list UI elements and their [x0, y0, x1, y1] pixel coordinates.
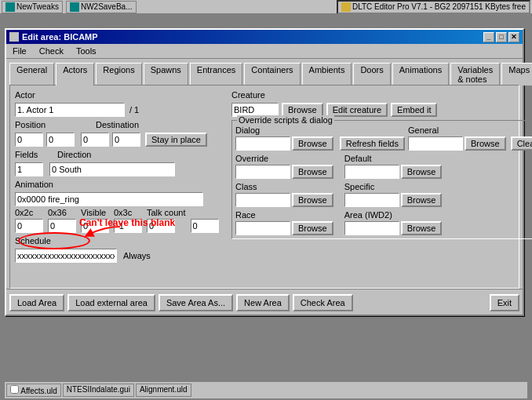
middle-column: Creature Browse Edit creature Embed it O… [231, 90, 532, 283]
tab-variables[interactable]: Variables & notes [450, 63, 500, 85]
file-affects[interactable]: Affects.uld [6, 384, 61, 397]
tweaks-icon [5, 2, 15, 12]
save-icon [70, 2, 79, 12]
creature-top-row: Creature [231, 90, 532, 100]
minimize-button[interactable]: _ [483, 32, 494, 42]
actor-label: Actor [15, 90, 35, 100]
main-dialog: Edit area: BICAMP _ □ ✕ File Check Tools… [5, 28, 524, 316]
dialog-browse-button[interactable]: Browse [292, 136, 333, 151]
tab-doors[interactable]: Doors [353, 63, 390, 85]
animation-select[interactable]: 0x0000 fire_ring [15, 192, 203, 206]
title-bar: Edit area: BICAMP _ □ ✕ [6, 30, 523, 44]
talk-count-group: Talk count [147, 208, 186, 233]
race-script-input[interactable] [235, 221, 290, 235]
extra-input[interactable] [191, 219, 219, 233]
edit-creature-button[interactable]: Edit creature [326, 103, 388, 117]
tab-ambients[interactable]: Ambients [302, 63, 352, 85]
dialog-script-input[interactable] [235, 136, 290, 151]
clear-fields-button[interactable]: Clear fields [511, 136, 532, 151]
position-x[interactable] [15, 133, 43, 147]
pos-dest-inputs: Stay in place [15, 133, 227, 147]
extra-label [191, 208, 219, 217]
tab-containers[interactable]: Containers [244, 63, 300, 85]
specific-script-input[interactable] [344, 193, 399, 207]
hex1-label: 0x2c [15, 208, 43, 217]
fields-dir-labels: Fields Direction [15, 150, 227, 159]
exit-button[interactable]: Exit [490, 294, 519, 311]
load-external-area-button[interactable]: Load external area [67, 294, 155, 311]
file-alignment[interactable]: Alignment.uld [136, 384, 191, 397]
override-script-input[interactable] [235, 165, 290, 179]
tab-general[interactable]: General [9, 63, 54, 85]
direction-select[interactable]: 0 South [49, 162, 175, 176]
maximize-button[interactable]: □ [496, 32, 507, 42]
new-area-button[interactable]: New Area [236, 294, 290, 311]
fields-label: Fields [15, 150, 46, 159]
menu-tools[interactable]: Tools [73, 45, 100, 56]
default-script-input[interactable] [344, 165, 399, 179]
hex2-input[interactable] [48, 219, 76, 233]
dialog-script-label: Dialog [235, 125, 333, 135]
destination-x[interactable] [81, 133, 109, 147]
general-script-input[interactable] [408, 136, 463, 151]
hex2-label: 0x36 [48, 208, 76, 217]
content-area: Actor 1. Actor 1 / 1 Position Dest [9, 85, 519, 289]
new-tweaks-item[interactable]: NewTweaks [2, 1, 63, 13]
class-script-input[interactable] [235, 193, 290, 207]
override-script-label: Override [235, 154, 333, 163]
load-area-button[interactable]: Load Area [9, 294, 64, 311]
area-script-input[interactable] [344, 221, 399, 235]
direction-label: Direction [57, 150, 91, 159]
schedule-label-row: Schedule [15, 236, 227, 245]
tab-actors[interactable]: Actors [56, 63, 94, 85]
tab-animations[interactable]: Animations [392, 63, 449, 85]
menu-check[interactable]: Check [36, 45, 67, 56]
tab-regions[interactable]: Regions [96, 63, 141, 85]
refresh-fields-button[interactable]: Refresh fields [340, 136, 405, 151]
general-script-label: General [408, 125, 506, 135]
hex3-label: 0x3c [114, 208, 142, 217]
actor-row: Actor [15, 90, 227, 100]
tab-spawns[interactable]: Spawns [144, 63, 188, 85]
destination-label: Destination [96, 120, 139, 129]
files-bottom: Affects.uld NTESIIndalate.gui Alignment.… [5, 382, 527, 398]
tab-entrances[interactable]: Entrances [190, 63, 243, 85]
nw2save-item[interactable]: NW2SaveBa... [66, 1, 137, 13]
schedule-row: Always [15, 249, 227, 263]
area-browse-button[interactable]: Browse [401, 221, 443, 235]
close-button[interactable]: ✕ [508, 32, 519, 42]
visible-group: Visible [81, 208, 109, 233]
default-script-label: Default [344, 154, 443, 163]
override-browse-button[interactable]: Browse [292, 165, 333, 179]
left-column: Actor 1. Actor 1 / 1 Position Dest [15, 90, 227, 283]
class-script-label: Class [235, 182, 333, 191]
visible-input[interactable] [81, 219, 109, 233]
stay-in-place-button[interactable]: Stay in place [145, 133, 207, 147]
embed-button[interactable]: Embed it [391, 103, 437, 117]
pos-dest-labels: Position Destination [15, 120, 227, 129]
default-browse-button[interactable]: Browse [401, 165, 443, 179]
fields-input[interactable] [15, 162, 43, 176]
actor-select[interactable]: 1. Actor 1 [15, 103, 125, 117]
schedule-input[interactable] [15, 249, 117, 263]
talk-count-input[interactable] [147, 219, 175, 233]
tab-maps[interactable]: Maps [501, 63, 532, 85]
check-area-button[interactable]: Check Area [293, 294, 353, 311]
hex3-input[interactable] [114, 219, 142, 233]
talk-count-label: Talk count [147, 208, 186, 217]
dltc-item[interactable]: DLTC Editor Pro V7.1 - BG2 2097151 KByte… [337, 0, 530, 14]
general-browse-button[interactable]: Browse [465, 136, 506, 151]
position-y[interactable] [46, 133, 75, 147]
specific-browse-button[interactable]: Browse [401, 193, 443, 207]
fields-dir-inputs: 0 South [15, 162, 227, 176]
race-browse-button[interactable]: Browse [292, 221, 333, 235]
position-label: Position [15, 120, 58, 129]
destination-y[interactable] [112, 133, 140, 147]
hex1-input[interactable] [15, 219, 43, 233]
class-browse-button[interactable]: Browse [292, 193, 333, 207]
file-ntesi[interactable]: NTESIIndalate.gui [63, 384, 134, 397]
override-group: Override scripts & dialog Dialog Browse … [231, 120, 532, 239]
menu-file[interactable]: File [9, 45, 30, 56]
dialog-icon [9, 32, 19, 42]
save-area-button[interactable]: Save Area As... [159, 294, 233, 311]
